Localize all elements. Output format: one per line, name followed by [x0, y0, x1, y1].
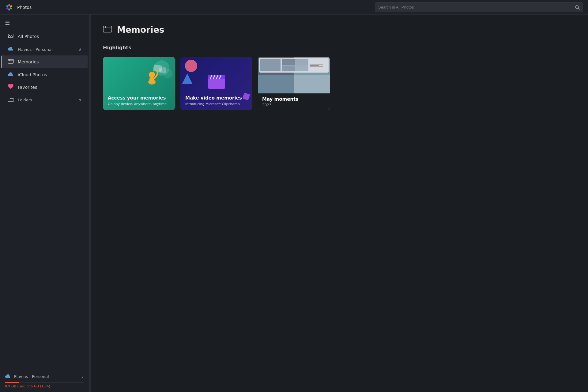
footer-account[interactable]: Flavius - Personal ∨: [5, 374, 84, 379]
icloud-label: iCloud Photos: [18, 72, 47, 77]
sidebar-item-memories[interactable]: Memories: [1, 55, 88, 68]
memories-label: Memories: [18, 59, 39, 64]
footer-chevron-icon: ∨: [81, 375, 84, 379]
sidebar-item-all-photos[interactable]: All Photos: [1, 30, 88, 43]
storage-bar-bg: [5, 382, 84, 383]
favorites-icon: [7, 84, 14, 91]
svg-point-21: [149, 72, 155, 78]
content-area: Memories Highlights: [91, 15, 588, 392]
card-title-video: Make video memories: [185, 95, 247, 101]
svg-rect-15: [103, 26, 112, 32]
all-photos-icon: [7, 33, 14, 40]
footer-account-label: Flavius - Personal: [14, 374, 78, 379]
svg-point-7: [8, 6, 10, 9]
card-make-video[interactable]: Make video memories Introducing Microsof…: [180, 57, 252, 110]
memories-page-icon: [103, 24, 113, 35]
icloud-icon: [7, 71, 14, 78]
svg-rect-22: [208, 78, 225, 89]
main-layout: ☰ All Photos Flavius - Personal ∧: [0, 15, 588, 392]
card-content-access: Access your memories On any device, anyw…: [103, 91, 175, 110]
cards-row: Access your memories On any device, anyw…: [103, 57, 576, 110]
svg-line-9: [578, 8, 579, 9]
may-card-year: 2023: [262, 103, 326, 107]
may-photo-grid: [258, 57, 330, 93]
storage-text: 0.9 GB used of 5 GB (18%): [5, 384, 84, 388]
sidebar-toggle[interactable]: ☰: [0, 17, 89, 28]
card-subtitle-access: On any device, anywhere, anytime: [108, 102, 170, 106]
card-access-memories[interactable]: Access your memories On any device, anyw…: [103, 57, 175, 110]
favorites-label: Favorites: [18, 85, 37, 90]
hamburger-icon: ☰: [5, 20, 10, 26]
storage-bar-fill: [5, 382, 19, 383]
card-subtitle-video: Introducing Microsoft Clipchamp: [185, 102, 247, 106]
purp-shape2: [182, 74, 193, 84]
page-title-row: Memories: [103, 24, 576, 35]
clapperboard-illustration: [206, 72, 227, 91]
titlebar: Photos: [0, 0, 588, 15]
sidebar-section-folders[interactable]: Folders ∨: [1, 94, 88, 106]
flavius-cloud-icon: [7, 46, 14, 52]
all-photos-label: All Photos: [18, 34, 39, 39]
svg-rect-12: [8, 59, 13, 63]
card-content-video: Make video memories Introducing Microsof…: [180, 91, 252, 110]
sidebar-spacer: [0, 106, 89, 370]
svg-point-14: [10, 74, 11, 74]
app-logo: [5, 3, 13, 12]
sidebar-item-favorites[interactable]: Favorites: [1, 81, 88, 94]
folders-label: Folders: [18, 98, 32, 102]
teal-illustration: [141, 61, 169, 90]
app-title: Photos: [17, 5, 32, 10]
screenshot-overlay: [259, 58, 329, 73]
flavius-chevron-icon: ∧: [79, 47, 81, 51]
search-bar[interactable]: [375, 2, 583, 12]
sidebar-footer: Flavius - Personal ∨ 0.9 GB used of 5 GB…: [0, 370, 89, 392]
memories-nav-icon: [7, 58, 14, 65]
card-title-access: Access your memories: [108, 95, 170, 101]
may-card-title: May moments: [262, 96, 326, 102]
svg-rect-20: [149, 77, 154, 83]
page-title: Memories: [117, 25, 164, 35]
svg-rect-18: [159, 67, 166, 74]
folders-icon: [7, 97, 14, 103]
may-cell-3: [258, 75, 294, 94]
may-card-bottom: May moments 2023: [258, 93, 330, 110]
flavius-section-label: Flavius - Personal: [18, 47, 53, 52]
sidebar-item-icloud[interactable]: iCloud Photos: [1, 68, 88, 81]
folders-chevron-icon: ∨: [79, 98, 81, 102]
search-button[interactable]: [575, 5, 580, 10]
highlights-label: Highlights: [103, 45, 576, 51]
sidebar: ☰ All Photos Flavius - Personal ∧: [0, 15, 89, 392]
purp-shape1: [185, 60, 197, 72]
card-may-moments[interactable]: May moments 2023: [258, 57, 330, 110]
sidebar-section-flavius[interactable]: Flavius - Personal ∧: [1, 43, 88, 55]
may-cell-4: [294, 75, 330, 94]
search-input[interactable]: [378, 5, 572, 9]
footer-cloud-icon: [5, 374, 11, 379]
